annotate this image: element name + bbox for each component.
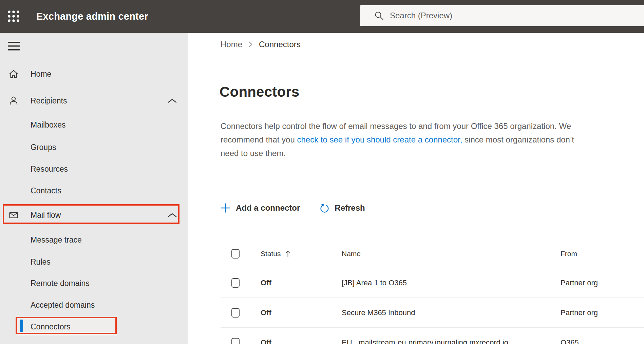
waffle-icon (7, 10, 20, 22)
sidebar-item-connectors[interactable]: Connectors (0, 316, 188, 338)
app-launcher-button[interactable] (5, 7, 22, 25)
check-connector-link[interactable]: check to see if you should create a conn… (297, 135, 462, 144)
sidebar-item-label: Mail flow (31, 211, 61, 220)
selected-item-indicator (20, 320, 23, 332)
hamburger-menu-button[interactable] (5, 38, 22, 55)
add-connector-button[interactable]: Add a connector (220, 202, 300, 214)
home-icon (8, 69, 19, 79)
sort-ascending-icon (285, 250, 291, 258)
table-row[interactable]: Off Secure M365 Inbound Partner org (221, 298, 644, 328)
column-header-status[interactable]: Status (261, 250, 291, 258)
search-icon (374, 11, 384, 20)
app-title: Exchange admin center (36, 0, 148, 33)
sidebar-item-label: Rules (31, 257, 51, 267)
column-header-name[interactable]: Name (342, 250, 361, 258)
row-from: Partner org (561, 279, 598, 287)
description-text: since most organizations don’t (462, 135, 574, 144)
search-box (360, 5, 644, 26)
chevron-up-icon[interactable] (167, 212, 177, 218)
row-name-link[interactable]: EU - mailstream-eu-primary.journaling.mx… (342, 338, 508, 344)
sidebar-item-contacts[interactable]: Contacts (0, 180, 188, 202)
row-checkbox[interactable] (231, 308, 240, 318)
sidebar-item-label: Resources (31, 165, 68, 174)
sidebar-item-message-trace[interactable]: Message trace (0, 229, 188, 251)
row-name-link[interactable]: Secure M365 Inbound (342, 308, 415, 317)
column-header-from[interactable]: From (561, 250, 577, 258)
select-all-checkbox[interactable] (231, 249, 240, 259)
sidebar-item-label: Home (31, 70, 51, 79)
plus-icon (220, 202, 231, 214)
refresh-button[interactable]: Refresh (319, 203, 365, 214)
sidebar-item-label: Contacts (31, 186, 61, 195)
sidebar-item-rules[interactable]: Rules (0, 251, 188, 273)
row-checkbox[interactable] (231, 338, 240, 344)
page-title: Connectors (220, 84, 299, 100)
sidebar-item-label: Mailboxes (31, 120, 66, 130)
description-text: recommend that you (221, 135, 297, 144)
add-connector-label: Add a connector (236, 203, 300, 213)
breadcrumb-current: Connectors (259, 40, 301, 49)
row-checkbox[interactable] (231, 278, 240, 288)
topbar: Exchange admin center (0, 0, 644, 33)
sidebar-item-groups[interactable]: Groups (0, 136, 188, 158)
row-from: Partner org (561, 308, 598, 317)
sidebar-item-label: Message trace (31, 235, 82, 245)
breadcrumb: Home Connectors (221, 40, 301, 49)
toolbar-divider (221, 193, 644, 193)
sidebar-item-label: Accepted domains (31, 301, 95, 310)
sidebar-item-label: Remote domains (31, 279, 90, 288)
sidebar-item-label: Recipients (31, 96, 67, 106)
sidebar-item-label: Groups (31, 143, 56, 152)
sidebar-item-resources[interactable]: Resources (0, 158, 188, 180)
search-input[interactable] (390, 11, 637, 20)
description-line: Connectors help control the flow of emai… (221, 119, 574, 133)
row-status: Off (261, 338, 271, 344)
toolbar: Add a connector Refresh (220, 200, 365, 216)
refresh-icon (319, 203, 330, 214)
table-header-row: Status Name From (221, 240, 644, 268)
page-description: Connectors help control the flow of emai… (221, 119, 574, 160)
hamburger-icon (8, 42, 20, 51)
table-row[interactable]: Off [JB] Area 1 to O365 Partner org (221, 268, 644, 298)
breadcrumb-chevron-icon (248, 41, 253, 48)
sidebar-item-recipients[interactable]: Recipients (0, 90, 188, 112)
mail-envelope-icon (8, 210, 19, 221)
sidebar: Home Recipients Mailboxes Groups Reso (0, 33, 188, 344)
row-name-link[interactable]: [JB] Area 1 to O365 (342, 279, 407, 287)
sidebar-item-label: Connectors (31, 322, 71, 331)
sidebar-item-mailboxes[interactable]: Mailboxes (0, 114, 188, 136)
description-line: need to use them. (221, 147, 574, 160)
refresh-label: Refresh (335, 203, 365, 213)
row-status: Off (261, 308, 271, 317)
table-row[interactable]: Off EU - mailstream-eu-primary.journalin… (221, 328, 644, 344)
person-icon (8, 95, 19, 106)
sidebar-item-home[interactable]: Home (0, 63, 188, 85)
sidebar-item-remote-domains[interactable]: Remote domains (0, 272, 188, 294)
column-header-label: Status (261, 250, 281, 258)
sidebar-item-mail-flow[interactable]: Mail flow (0, 204, 188, 226)
chevron-up-icon[interactable] (167, 98, 177, 104)
breadcrumb-home-link[interactable]: Home (221, 40, 242, 49)
exchange-admin-center-window: Exchange admin center (0, 0, 644, 344)
row-status: Off (261, 279, 271, 287)
sidebar-item-accepted-domains[interactable]: Accepted domains (0, 294, 188, 316)
description-line: recommend that you check to see if you s… (221, 133, 574, 147)
row-from: O365 (561, 338, 579, 344)
